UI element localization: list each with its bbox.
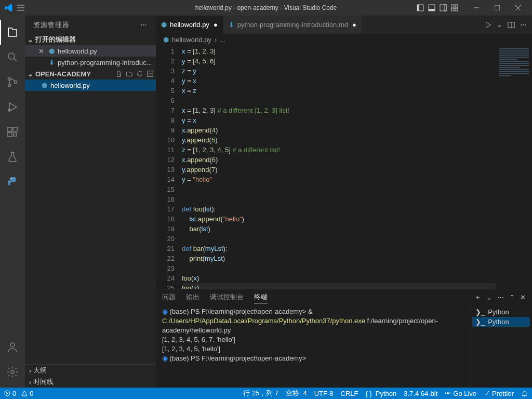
- outline-header[interactable]: ›大纲: [25, 365, 156, 376]
- svg-rect-3: [429, 9, 435, 11]
- chevron-down-icon: ⌄: [27, 70, 33, 78]
- breadcrumb[interactable]: ⬢ helloworld.py › ...: [156, 34, 532, 45]
- editor-tab[interactable]: ⬢helloworld.py ●: [156, 16, 223, 34]
- terminal-shell-item[interactable]: ❯_Python: [472, 307, 530, 317]
- status-go-live[interactable]: Go Live: [445, 390, 476, 397]
- status-eol[interactable]: CRLF: [341, 390, 358, 397]
- tab-label: helloworld.py: [170, 21, 209, 29]
- python-file-icon: ⬢: [49, 47, 55, 55]
- svg-rect-10: [495, 5, 500, 10]
- python-file-icon: ⬢: [163, 36, 169, 44]
- modified-indicator-icon: ●: [352, 21, 356, 29]
- open-editors-header[interactable]: ⌄ 打开的编辑器: [25, 34, 156, 45]
- tab-debug-console[interactable]: 调试控制台: [210, 291, 244, 303]
- new-terminal-icon[interactable]: ＋: [474, 292, 481, 302]
- svg-rect-18: [8, 132, 12, 137]
- collapse-icon[interactable]: [147, 70, 154, 77]
- run-icon[interactable]: [484, 21, 491, 29]
- status-prettier[interactable]: Prettier: [484, 390, 514, 397]
- window-minimize-button[interactable]: [467, 0, 486, 16]
- settings-gear-icon[interactable]: [0, 360, 25, 384]
- folder-header[interactable]: ⌄ OPEN-ACADEMY: [25, 68, 156, 79]
- markdown-file-icon: ⬇: [229, 21, 234, 29]
- file-tree-item[interactable]: ⬢helloworld.py: [25, 79, 156, 91]
- svg-point-21: [10, 343, 15, 347]
- layout-buttons: [416, 3, 459, 12]
- close-icon[interactable]: ✕: [37, 47, 45, 55]
- accounts-icon[interactable]: [0, 335, 25, 360]
- explorer-icon[interactable]: [0, 20, 25, 45]
- svg-rect-9: [455, 8, 458, 11]
- maximize-panel-icon[interactable]: ⌃: [509, 294, 515, 301]
- status-warnings[interactable]: 0: [21, 390, 33, 397]
- svg-rect-1: [417, 5, 419, 11]
- python-file-icon: ⬢: [42, 82, 47, 89]
- titlebar: helloworld.py - open-academy - Visual St…: [0, 0, 532, 16]
- terminal-dropdown-icon[interactable]: ⌄: [486, 294, 492, 301]
- more-icon[interactable]: ⋯: [140, 21, 148, 29]
- sidebar-explorer: 资源管理器 ⋯ ⌄ 打开的编辑器 ✕ ⬢helloworld.py ⬇pytho…: [25, 16, 156, 388]
- svg-rect-5: [444, 5, 446, 11]
- status-interpreter[interactable]: 3.7.4 64-bit: [404, 390, 437, 397]
- terminal-icon: ❯_: [475, 318, 485, 326]
- status-errors[interactable]: 0: [4, 390, 16, 397]
- code-editor[interactable]: x = [1, 2, 3]y = [4, 5, 6]z = yy = xx = …: [182, 45, 496, 289]
- search-icon[interactable]: [0, 45, 25, 70]
- layout-left-icon[interactable]: [416, 3, 425, 12]
- status-bar: 0 0 行 25，列 7 空格: 4 UTF-8 CRLF { }Python …: [0, 388, 532, 399]
- window-close-button[interactable]: [508, 0, 528, 16]
- status-spaces[interactable]: 空格: 4: [286, 389, 307, 398]
- python-env-icon[interactable]: [0, 169, 25, 194]
- status-language[interactable]: { }Python: [365, 390, 396, 397]
- status-encoding[interactable]: UTF-8: [314, 390, 334, 397]
- modified-indicator-icon: ●: [214, 21, 218, 29]
- line-number-gutter: 1234567891011121314151617181920212223242…: [156, 45, 182, 289]
- menu-icon[interactable]: [17, 4, 25, 12]
- status-notifications-icon[interactable]: [521, 390, 528, 397]
- more-icon[interactable]: ⋯: [520, 21, 527, 29]
- editor-tab[interactable]: ⬇python-programming-introduction.md ●: [223, 16, 362, 34]
- tab-label: python-programming-introduction.md: [237, 21, 348, 29]
- svg-rect-7: [455, 5, 458, 7]
- layout-right-icon[interactable]: [438, 3, 448, 12]
- status-ln-col[interactable]: 行 25，列 7: [243, 389, 278, 398]
- svg-point-20: [10, 178, 11, 179]
- run-debug-icon[interactable]: [0, 95, 25, 119]
- sidebar-title: 资源管理器 ⋯: [25, 16, 156, 34]
- activity-bar: [0, 16, 25, 388]
- svg-rect-19: [14, 133, 17, 136]
- svg-point-26: [447, 392, 449, 394]
- layout-bottom-icon[interactable]: [427, 3, 436, 12]
- svg-point-22: [11, 370, 14, 374]
- source-control-icon[interactable]: [0, 70, 25, 95]
- svg-rect-4: [440, 5, 446, 11]
- testing-icon[interactable]: [0, 144, 25, 169]
- chevron-right-icon: ›: [29, 367, 31, 375]
- timeline-header[interactable]: ›时间线: [25, 376, 156, 388]
- file-label: helloworld.py: [58, 47, 97, 55]
- python-file-icon: ⬢: [161, 21, 167, 29]
- terminal[interactable]: ◉ (base) PS F:\learning\project\open-aca…: [156, 305, 470, 388]
- extensions-icon[interactable]: [0, 119, 25, 144]
- tab-output[interactable]: 输出: [186, 291, 200, 303]
- file-label: helloworld.py: [50, 82, 90, 89]
- svg-point-11: [8, 53, 15, 59]
- open-editor-item[interactable]: ⬇python-programming-introduc...: [25, 57, 156, 68]
- run-dropdown-icon[interactable]: ⌄: [497, 21, 502, 29]
- new-file-icon[interactable]: [115, 70, 123, 77]
- close-panel-icon[interactable]: ✕: [520, 294, 526, 301]
- terminal-shell-item[interactable]: ❯_Python: [472, 317, 530, 327]
- svg-point-13: [8, 84, 11, 87]
- file-label: python-programming-introduc...: [58, 59, 152, 66]
- window-maximize-button[interactable]: [487, 0, 507, 16]
- open-editor-item[interactable]: ✕ ⬢helloworld.py: [25, 45, 156, 57]
- tab-problems[interactable]: 问题: [162, 291, 176, 303]
- layout-customize-icon[interactable]: [450, 3, 459, 12]
- new-folder-icon[interactable]: [126, 70, 133, 77]
- vscode-logo-icon: [4, 4, 12, 12]
- tab-terminal[interactable]: 终端: [254, 291, 268, 303]
- refresh-icon[interactable]: [136, 70, 143, 77]
- split-editor-icon[interactable]: [508, 21, 515, 29]
- minimap[interactable]: [496, 45, 532, 289]
- more-icon[interactable]: ⋯: [497, 294, 504, 301]
